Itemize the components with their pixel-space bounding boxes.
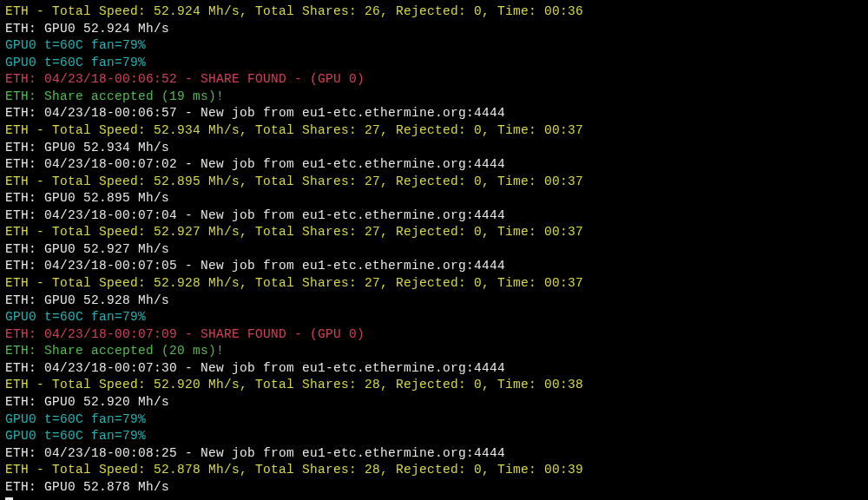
log-line: GPU0 t=60C fan=79%	[5, 55, 863, 72]
log-line: ETH: GPU0 52.878 Mh/s	[5, 479, 863, 497]
log-line: GPU0 t=60C fan=79%	[5, 309, 863, 326]
log-line: ETH: Share accepted (19 ms)!	[5, 89, 863, 106]
log-line: ETH: GPU0 52.934 Mh/s	[5, 140, 863, 157]
log-line: ETH - Total Speed: 52.934 Mh/s, Total Sh…	[5, 122, 863, 140]
log-line: ETH: 04/23/18-00:07:05 - New job from eu…	[5, 258, 863, 275]
log-line: ETH - Total Speed: 52.920 Mh/s, Total Sh…	[5, 377, 863, 394]
log-line: ETH: Share accepted (20 ms)!	[5, 343, 863, 360]
log-line: ETH: GPU0 52.927 Mh/s	[5, 241, 863, 259]
log-line: ETH - Total Speed: 52.895 Mh/s, Total Sh…	[5, 174, 863, 191]
log-line: GPU0 t=60C fan=79%	[5, 411, 863, 429]
log-line: ETH: GPU0 52.928 Mh/s	[5, 293, 863, 310]
log-line: ETH: 04/23/18-00:07:04 - New job from eu…	[5, 207, 863, 225]
log-line: ETH - Total Speed: 52.927 Mh/s, Total Sh…	[5, 224, 863, 241]
log-line: GPU0 t=60C fan=79%	[5, 428, 863, 445]
log-line: ETH: GPU0 52.924 Mh/s	[5, 21, 863, 38]
cursor-line	[5, 496, 863, 500]
log-line: ETH: GPU0 52.895 Mh/s	[5, 190, 863, 207]
log-line: ETH: 04/23/18-00:06:52 - SHARE FOUND - (…	[5, 71, 863, 89]
log-line: ETH: 04/23/18-00:06:57 - New job from eu…	[5, 105, 863, 122]
log-line: ETH: 04/23/18-00:07:02 - New job from eu…	[5, 156, 863, 174]
log-line: ETH: GPU0 52.920 Mh/s	[5, 394, 863, 411]
log-line: ETH: 04/23/18-00:07:09 - SHARE FOUND - (…	[5, 326, 863, 344]
log-line: ETH - Total Speed: 52.924 Mh/s, Total Sh…	[5, 3, 863, 21]
log-line: ETH - Total Speed: 52.878 Mh/s, Total Sh…	[5, 462, 863, 479]
log-line: ETH - Total Speed: 52.928 Mh/s, Total Sh…	[5, 275, 863, 293]
log-line: ETH: 04/23/18-00:07:30 - New job from eu…	[5, 360, 863, 378]
log-line: ETH: 04/23/18-00:08:25 - New job from eu…	[5, 445, 863, 463]
terminal-output: ETH - Total Speed: 52.924 Mh/s, Total Sh…	[5, 3, 863, 500]
log-line: GPU0 t=60C fan=79%	[5, 37, 863, 55]
